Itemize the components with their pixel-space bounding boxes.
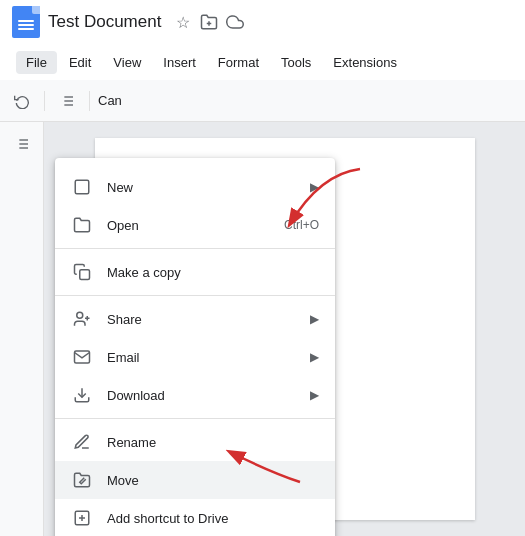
rename-icon <box>71 431 93 453</box>
menu-item-share[interactable]: Share ▶ <box>55 300 335 338</box>
email-icon <box>71 346 93 368</box>
new-arrow: ▶ <box>310 180 319 194</box>
menu-extensions[interactable]: Extensions <box>323 51 407 74</box>
doc-line <box>18 20 34 22</box>
move-label: Move <box>107 473 319 488</box>
menu-tools[interactable]: Tools <box>271 51 321 74</box>
title-bar: Test Document ☆ <box>0 0 525 44</box>
open-label: Open <box>107 218 268 233</box>
copy-icon <box>71 261 93 283</box>
doc-sidebar <box>0 122 44 536</box>
email-arrow: ▶ <box>310 350 319 364</box>
undo-button[interactable] <box>8 87 36 115</box>
cloud-icon[interactable] <box>225 12 245 32</box>
toolbar-divider-2 <box>89 91 90 111</box>
new-label: New <box>107 180 302 195</box>
outline-icon[interactable] <box>8 130 36 158</box>
menu-insert[interactable]: Insert <box>153 51 206 74</box>
open-icon <box>71 214 93 236</box>
doc-line <box>18 28 34 30</box>
download-icon <box>71 384 93 406</box>
menu-bar: File Edit View Insert Format Tools Exten… <box>0 44 525 80</box>
svg-rect-14 <box>75 180 89 194</box>
share-arrow: ▶ <box>310 312 319 326</box>
menu-section-3: Share ▶ Email ▶ <box>55 296 335 419</box>
share-icon <box>71 308 93 330</box>
menu-item-move[interactable]: Move <box>55 461 335 499</box>
menu-item-new[interactable]: New ▶ <box>55 168 335 206</box>
add-shortcut-label: Add shortcut to Drive <box>107 511 319 526</box>
svg-point-16 <box>77 312 83 318</box>
toolbar-divider <box>44 91 45 111</box>
menu-item-email[interactable]: Email ▶ <box>55 338 335 376</box>
menu-format[interactable]: Format <box>208 51 269 74</box>
toolbar: Can <box>0 80 525 122</box>
menu-item-open[interactable]: Open Ctrl+O <box>55 206 335 244</box>
doc-area: New ▶ Open Ctrl+O <box>0 122 525 536</box>
list-icon[interactable] <box>53 87 81 115</box>
document-title: Test Document <box>48 12 161 32</box>
folder-icon[interactable] <box>199 12 219 32</box>
open-shortcut: Ctrl+O <box>284 218 319 232</box>
svg-rect-15 <box>80 270 90 280</box>
can-label: Can <box>98 93 122 108</box>
menu-file[interactable]: File <box>16 51 57 74</box>
email-label: Email <box>107 350 302 365</box>
star-icon[interactable]: ☆ <box>173 12 193 32</box>
download-label: Download <box>107 388 302 403</box>
menu-item-download[interactable]: Download ▶ <box>55 376 335 414</box>
title-icons: ☆ <box>173 12 245 32</box>
download-arrow: ▶ <box>310 388 319 402</box>
rename-label: Rename <box>107 435 319 450</box>
menu-item-rename[interactable]: Rename <box>55 423 335 461</box>
menu-section-1: New ▶ Open Ctrl+O <box>55 164 335 249</box>
menu-section-4: Rename Move Add shortcut <box>55 419 335 536</box>
doc-line <box>18 24 34 26</box>
doc-icon-lines <box>18 14 34 30</box>
menu-view[interactable]: View <box>103 51 151 74</box>
menu-section-2: Make a copy <box>55 249 335 296</box>
move-icon <box>71 469 93 491</box>
new-doc-icon <box>71 176 93 198</box>
menu-item-add-shortcut[interactable]: Add shortcut to Drive <box>55 499 335 536</box>
share-label: Share <box>107 312 302 327</box>
menu-edit[interactable]: Edit <box>59 51 101 74</box>
file-dropdown-menu: New ▶ Open Ctrl+O <box>55 158 335 536</box>
menu-item-copy[interactable]: Make a copy <box>55 253 335 291</box>
shortcut-icon <box>71 507 93 529</box>
copy-label: Make a copy <box>107 265 319 280</box>
doc-icon <box>12 6 40 38</box>
